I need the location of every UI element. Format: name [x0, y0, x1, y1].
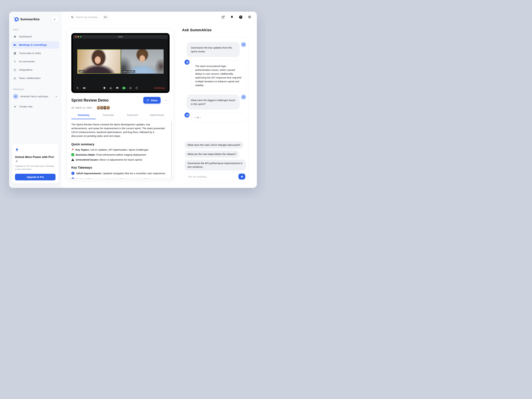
screen-share-icon [122, 87, 125, 89]
sidebar-item-transcripts-notes[interactable]: Transcripts & notes [11, 50, 59, 57]
chevron-down-icon [55, 95, 57, 98]
security-shield-icon [103, 87, 105, 89]
collapse-icon: « [54, 18, 56, 21]
pro-card-title-text: Unlock More Power with Pro! [15, 155, 54, 159]
workspace-switcher[interactable]: AF Ananda Faris’s workspa... [9, 92, 61, 101]
integrations-icon [13, 68, 16, 71]
search-input[interactable] [75, 16, 103, 19]
suggested-questions: What were the main UI/UX changes discuss… [184, 141, 246, 171]
sidebar-item-team-collaboration[interactable]: Team collaboration [11, 75, 59, 82]
takeaway-value: Optimized API response time by 30%. [107, 178, 149, 179]
participant-name-label: Admin [78, 70, 85, 72]
mic-muted-icon [76, 87, 79, 89]
tab-summary[interactable]: Summary [71, 114, 96, 119]
sidebar-item-integrations[interactable]: Integrations [11, 66, 59, 74]
attendee-avatars [96, 106, 110, 110]
sidebar-item-meetings-recordings[interactable]: Meetings & recordings [11, 41, 59, 49]
assistant-input[interactable] [184, 173, 246, 180]
quick-summary-item: ! Unresolved Issues: Minor UI adjustment… [71, 158, 169, 161]
takeaway-item: ✓ Backend Enhancements: Optimized API re… [71, 177, 169, 179]
upgrade-pro-card: Unlock More Power with Pro! Upgrade to P… [12, 144, 59, 184]
calendar-icon [71, 106, 74, 109]
tab-comment[interactable]: Comment [120, 114, 145, 119]
suggestion-chip[interactable]: Summarize the API performance improvemen… [184, 160, 246, 171]
share-button[interactable]: Share [143, 97, 161, 104]
divider [245, 15, 245, 19]
sparkles-icon [13, 60, 16, 63]
search-bar[interactable]: ⌘S [69, 14, 110, 21]
video-tiles: Admin Marius Ciocirlan [77, 49, 164, 74]
chat-message-ai: The team encountered login authenticatio… [184, 60, 246, 91]
divider [236, 15, 236, 19]
send-button[interactable] [238, 174, 245, 180]
typing-dot [195, 117, 196, 118]
meeting-video-preview[interactable]: Zoom Admin Marius Ciocirlan [71, 33, 170, 93]
sidebar-item-ai-summaries[interactable]: AI summaries [11, 58, 59, 65]
user-avatar: AF [241, 95, 246, 100]
sidebar-item-dashboard[interactable]: Dashboard [11, 33, 59, 40]
settings-button[interactable]: ⚙ [247, 15, 252, 19]
topbar-actions: ? ⚙ [221, 15, 257, 19]
quick-item-label: Unresolved Issues: [76, 158, 99, 161]
suggestion-chip[interactable]: What were the main UI/UX changes discuss… [184, 141, 243, 149]
quick-item-label: Decisions Made: [76, 153, 95, 156]
meeting-title: Sprint Review Demo [71, 98, 143, 103]
sidebar-item-label: Meetings & recordings [19, 43, 47, 46]
workspace-section-label: Workspace [13, 88, 57, 90]
pin-icon [71, 148, 74, 151]
pro-card-description: Upgrade to Pro and take your meetings to… [15, 165, 56, 171]
zoom-titlebar: Zoom [73, 35, 168, 39]
takeaway-value: Updated navigation flow for a smoother u… [103, 172, 166, 175]
chat-message-ai-typing [184, 113, 246, 122]
scrollbar[interactable] [171, 121, 172, 179]
meeting-title-row: Sprint Review Demo Share ⋯ [71, 97, 169, 104]
sidebar-item-label: Transcripts & notes [19, 52, 41, 55]
sidebar: SummarAIze « Menu Dashboard Meetings & r… [9, 12, 62, 188]
notifications-button[interactable] [230, 15, 234, 19]
assistant-avatar-icon [184, 113, 190, 118]
open-external-button[interactable] [221, 15, 225, 19]
quick-summary-item: ✓ Decisions Made: Final refinements befo… [71, 153, 169, 156]
takeaway-item: ✓ UI/UX Improvements: Updated navigation… [71, 171, 169, 175]
pro-card-title: Unlock More Power with Pro! [15, 155, 56, 163]
avatar [106, 106, 110, 110]
participant-tile-marius: Marius Ciocirlan [121, 49, 164, 74]
meeting-detail-card: Zoom Admin Marius Ciocirlan [67, 29, 174, 179]
participant-name-label: Marius Ciocirlan [122, 70, 135, 73]
gear-icon: ⚙ [248, 15, 251, 19]
help-button[interactable]: ? [239, 15, 243, 19]
sidebar-item-label: AI summaries [19, 60, 35, 63]
takeaway-label: Backend Enhancements: [76, 178, 106, 179]
plus-icon [14, 105, 16, 108]
assistant-heading: Ask SummAIrize [182, 28, 212, 32]
zoom-window-title: Zoom [73, 36, 168, 38]
create-new-workspace-button[interactable]: Create new [9, 103, 61, 110]
quick-summary-heading: Quick summary [71, 142, 169, 146]
chat-message-user: Summarize the key updates from this spri… [184, 42, 246, 57]
workspace-avatar: AF [13, 94, 18, 99]
workspace-name: Ananda Faris’s workspa... [20, 95, 53, 98]
sidebar-collapse-button[interactable]: « [51, 16, 58, 23]
more-options-button[interactable]: ⋯ [162, 97, 169, 104]
check-glyph: ✓ [72, 154, 74, 156]
tab-transcript[interactable]: Transcript [96, 114, 120, 119]
typing-dot [200, 117, 201, 118]
user-message-bubble: What were the biggest challenges faced i… [187, 95, 240, 110]
video-camera-icon [13, 43, 16, 47]
zoom-toolbar-center [103, 87, 138, 89]
takeaways-heading: Key Takeways [71, 166, 169, 169]
tab-attachments[interactable]: Attachments [145, 114, 169, 119]
desktop-background: SummarAIze « Menu Dashboard Meetings & r… [0, 0, 266, 200]
check-glyph: ✓ [72, 177, 74, 179]
sidebar-item-label: Dashboard [19, 35, 32, 38]
share-icon [146, 99, 149, 102]
meeting-meta-row: March 12, 2025 [71, 106, 169, 110]
menu-section-label: Menu [13, 28, 57, 31]
create-new-label: Create new [19, 105, 32, 108]
chat-icon [116, 87, 118, 89]
suggestion-chip[interactable]: What are the next steps before the relea… [184, 151, 239, 158]
upgrade-to-pro-button[interactable]: Upgrade to Pro [15, 174, 56, 180]
zoom-toolbar-left [76, 87, 86, 89]
check-glyph: ✓ [72, 171, 74, 175]
quick-item-text: Decisions Made: Final refinements before… [76, 153, 146, 156]
